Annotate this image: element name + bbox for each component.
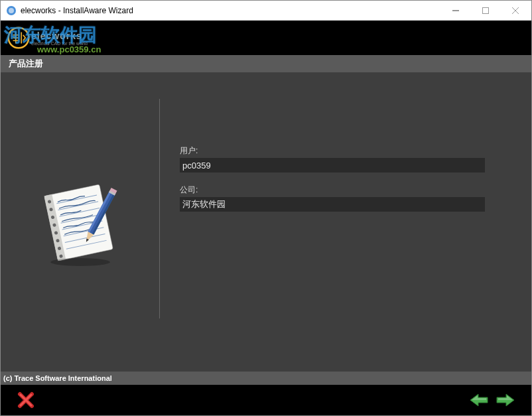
logo-icon xyxy=(7,27,30,49)
close-button[interactable] xyxy=(500,1,530,20)
illustration-column xyxy=(1,72,160,372)
user-group: 用户: xyxy=(180,145,498,173)
header-band: elecworks electrical CAD for the world xyxy=(1,21,531,55)
logo-text-sub: electrical CAD for the world xyxy=(31,41,88,46)
maximize-button[interactable] xyxy=(470,1,500,20)
user-input[interactable] xyxy=(180,158,485,173)
minimize-button[interactable] xyxy=(440,1,470,20)
window-controls xyxy=(440,1,530,20)
cancel-button[interactable] xyxy=(17,391,35,409)
copyright-text: (c) Trace Software International xyxy=(3,374,112,382)
next-button[interactable] xyxy=(496,393,515,407)
svg-point-32 xyxy=(50,258,110,266)
svg-point-1 xyxy=(9,8,14,13)
window-title: elecworks - InstallAware Wizard xyxy=(21,6,440,15)
notepad-icon xyxy=(37,176,123,269)
company-label: 公司: xyxy=(180,184,498,196)
vertical-divider xyxy=(159,99,160,318)
product-logo: elecworks electrical CAD for the world xyxy=(7,27,88,49)
copyright-band: (c) Trace Software International xyxy=(1,372,531,385)
footer-band xyxy=(1,385,531,415)
form-column: 用户: 公司: xyxy=(160,72,531,372)
logo-text-main: elecworks xyxy=(31,31,88,41)
titlebar: elecworks - InstallAware Wizard xyxy=(1,1,531,21)
company-group: 公司: xyxy=(180,184,498,212)
app-icon xyxy=(6,5,17,16)
back-button[interactable] xyxy=(469,393,489,407)
step-title: 产品注册 xyxy=(9,58,43,70)
svg-rect-3 xyxy=(482,7,488,13)
installer-window: elecworks - InstallAware Wizard elecwork… xyxy=(0,0,532,416)
user-label: 用户: xyxy=(180,145,498,157)
step-header: 产品注册 xyxy=(1,55,531,72)
main-content: 用户: 公司: xyxy=(1,72,531,372)
company-input[interactable] xyxy=(180,197,485,212)
